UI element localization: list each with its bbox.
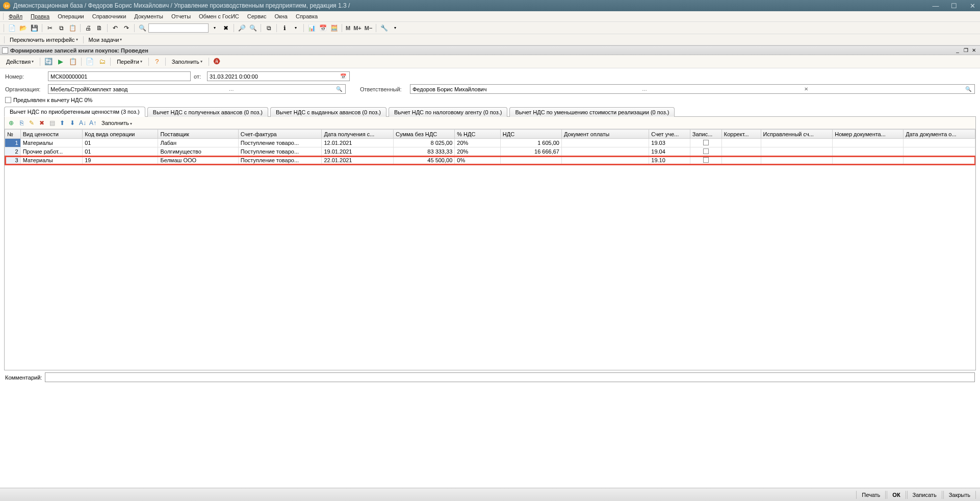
open-icon[interactable]: 📂 bbox=[18, 23, 28, 33]
tab-received-advances[interactable]: Вычет НДС с полученных авансов (0 поз.) bbox=[147, 107, 268, 117]
settings-icon[interactable]: 🔧 bbox=[379, 23, 389, 33]
paste-icon[interactable]: 📋 bbox=[67, 23, 78, 33]
tab-issued-advances[interactable]: Вычет НДС с выданных авансов (0 поз.) bbox=[270, 107, 386, 117]
struct-icon[interactable]: 🗂 bbox=[97, 57, 107, 67]
sort-desc-icon[interactable]: A↑ bbox=[88, 118, 97, 128]
add-row-icon[interactable]: ⊕ bbox=[7, 118, 16, 128]
new-icon[interactable]: 📄 bbox=[7, 23, 17, 33]
menu-edit[interactable]: Правка bbox=[27, 12, 54, 20]
switch-interface-button[interactable]: Переключить интерфейс bbox=[7, 36, 81, 44]
goto-dropdown[interactable]: Перейти bbox=[114, 58, 145, 66]
col-date[interactable]: Дата получения с... bbox=[322, 130, 394, 139]
mark-icon[interactable]: 📋 bbox=[68, 57, 78, 67]
report-icon[interactable]: 📄 bbox=[85, 57, 95, 67]
delete-row-icon[interactable]: ✖ bbox=[37, 118, 46, 128]
resp-select-icon[interactable]: … bbox=[640, 85, 649, 93]
minimize-button[interactable]: — bbox=[931, 1, 940, 10]
col-ispr[interactable]: Исправленный сч... bbox=[761, 130, 833, 139]
col-datedoc[interactable]: Дата документа о... bbox=[904, 130, 975, 139]
undo-icon[interactable]: ↶ bbox=[110, 23, 120, 33]
resp-clear-icon[interactable]: ✕ bbox=[802, 85, 810, 93]
table-row[interactable]: 1Материалы01ЛабанПоступление товаро...12… bbox=[5, 139, 975, 147]
col-nds[interactable]: НДС bbox=[500, 130, 561, 139]
col-post[interactable]: Поставщик bbox=[158, 130, 238, 139]
maximize-button[interactable]: ☐ bbox=[949, 1, 959, 10]
org-search-icon[interactable]: 🔍 bbox=[335, 85, 343, 93]
actions-dropdown[interactable]: Действия bbox=[3, 58, 37, 66]
resp-input[interactable]: Федоров Борис Михайлович … ✕ 🔍 bbox=[410, 84, 975, 94]
print-button[interactable]: Печать bbox=[856, 491, 886, 499]
from-input[interactable]: 31.03.2021 0:00:00 📅 bbox=[207, 71, 350, 81]
dtdc-icon[interactable]: 🅐 bbox=[212, 57, 222, 67]
col-kod[interactable]: Код вида операции bbox=[83, 130, 158, 139]
resp-search-icon[interactable]: 🔍 bbox=[964, 85, 972, 93]
tab-decrease[interactable]: Вычет НДС по уменьшению стоимости реализ… bbox=[509, 107, 675, 117]
info-icon[interactable]: ℹ bbox=[279, 23, 290, 33]
table-row[interactable]: 3Материалы19Белмаш ОООПоступление товаро… bbox=[5, 156, 975, 165]
table-row[interactable]: 2Прочие работ...01ВолгимуществоПоступлен… bbox=[5, 147, 975, 156]
copy-icon[interactable]: ⧉ bbox=[56, 23, 66, 33]
data-grid[interactable]: № Вид ценности Код вида операции Поставщ… bbox=[5, 129, 975, 370]
doc-close-button[interactable]: ✕ bbox=[970, 47, 978, 54]
col-vid[interactable]: Вид ценности bbox=[20, 130, 82, 139]
cell-zap[interactable] bbox=[690, 156, 721, 165]
col-korr[interactable]: Коррект... bbox=[721, 130, 761, 139]
search-dropdown-icon[interactable]: ▾ bbox=[210, 23, 220, 33]
close-doc-button[interactable]: Закрыть bbox=[943, 491, 976, 499]
copy-row-icon[interactable]: ⎘ bbox=[17, 118, 26, 128]
doc-restore-button[interactable]: ❐ bbox=[962, 47, 970, 54]
cut-icon[interactable]: ✂ bbox=[45, 23, 55, 33]
doc-minimize-button[interactable]: _ bbox=[953, 47, 962, 54]
settings-dropdown-icon[interactable]: ▾ bbox=[390, 23, 400, 33]
menu-refs[interactable]: Справочники bbox=[88, 12, 131, 20]
m-plus-button[interactable]: M+ bbox=[352, 25, 363, 31]
col-docopl[interactable]: Документ оплаты bbox=[561, 130, 649, 139]
tab-acquired[interactable]: Вычет НДС по приобретенным ценностям (3 … bbox=[4, 107, 145, 117]
edit-row-icon[interactable]: ✎ bbox=[27, 118, 36, 128]
org-input[interactable]: МебельСтройКомплект завод … 🔍 bbox=[48, 84, 346, 94]
col-num[interactable]: № bbox=[5, 130, 21, 139]
col-numdoc[interactable]: Номер документа... bbox=[833, 130, 904, 139]
col-zap[interactable]: Запис... bbox=[690, 130, 721, 139]
info-dropdown-icon[interactable]: ▾ bbox=[291, 23, 301, 33]
col-pnds[interactable]: % НДС bbox=[455, 130, 501, 139]
fill-dropdown[interactable]: Заполнить bbox=[169, 58, 205, 66]
chart-icon[interactable]: 📊 bbox=[306, 23, 317, 33]
find-prev-icon[interactable]: 🔍 bbox=[248, 23, 258, 33]
calc-icon[interactable]: 🧮 bbox=[329, 23, 339, 33]
find-icon[interactable]: 🔍 bbox=[137, 23, 147, 33]
col-acct[interactable]: Счет уче... bbox=[649, 130, 690, 139]
find-next-icon[interactable]: 🔎 bbox=[237, 23, 247, 33]
save-icon[interactable]: 💾 bbox=[29, 23, 39, 33]
cell-zap[interactable] bbox=[690, 147, 721, 156]
refresh-icon[interactable]: 🔄 bbox=[43, 57, 54, 67]
row-fill-dropdown[interactable]: Заполнить bbox=[98, 119, 135, 127]
number-input[interactable]: МСК00000001 bbox=[48, 71, 191, 81]
preview-icon[interactable]: 🗎 bbox=[94, 23, 105, 33]
calendar-picker-icon[interactable]: 📅 bbox=[339, 72, 347, 81]
copy-doc-icon[interactable]: ⧉ bbox=[264, 23, 274, 33]
menu-help[interactable]: Справка bbox=[292, 12, 322, 20]
clear-search-icon[interactable]: ✖ bbox=[221, 23, 231, 33]
menu-reports[interactable]: Отчеты bbox=[167, 12, 195, 20]
menu-service[interactable]: Сервис bbox=[243, 12, 271, 20]
m-button[interactable]: M bbox=[345, 25, 351, 31]
move-up-icon[interactable]: ⬆ bbox=[58, 118, 67, 128]
cell-zap[interactable] bbox=[690, 139, 721, 147]
help-icon[interactable]: ? bbox=[152, 57, 162, 67]
search-input[interactable] bbox=[148, 23, 209, 33]
menu-documents[interactable]: Документы bbox=[130, 12, 167, 20]
m-minus-button[interactable]: M− bbox=[364, 25, 374, 31]
close-button[interactable]: ✕ bbox=[968, 1, 977, 10]
calendar-icon[interactable]: 📅 bbox=[318, 23, 328, 33]
sort-asc-icon[interactable]: A↓ bbox=[78, 118, 87, 128]
tab-tax-agent[interactable]: Вычет НДС по налоговому агенту (0 поз.) bbox=[389, 107, 508, 117]
my-tasks-button[interactable]: Мои задачи bbox=[86, 36, 125, 44]
menu-windows[interactable]: Окна bbox=[270, 12, 292, 20]
redo-icon[interactable]: ↷ bbox=[121, 23, 132, 33]
post-icon[interactable]: ▶ bbox=[56, 57, 66, 67]
col-sum[interactable]: Сумма без НДС bbox=[394, 130, 455, 139]
vat-zero-checkbox[interactable]: Предъявлен к вычету НДС 0% bbox=[5, 97, 975, 103]
comment-input[interactable] bbox=[45, 372, 975, 382]
move-down-icon[interactable]: ⬇ bbox=[68, 118, 77, 128]
